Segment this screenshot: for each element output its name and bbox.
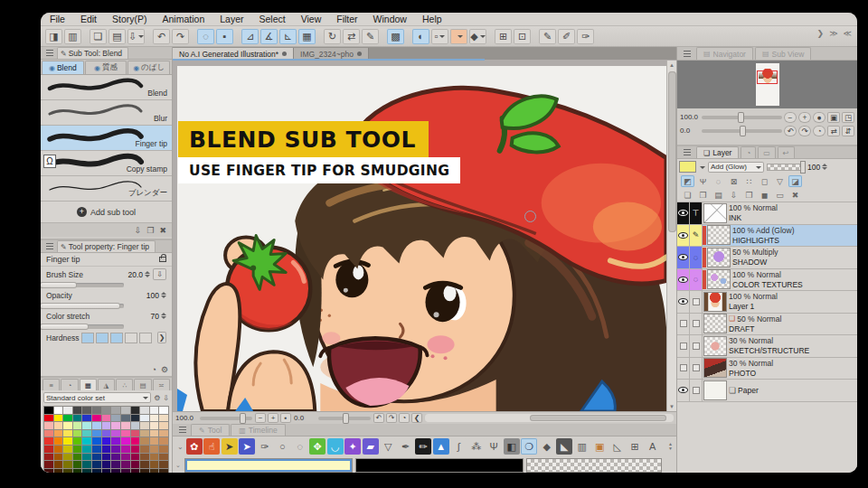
layer-thumbnail[interactable] xyxy=(708,249,730,267)
scroll-up-icon[interactable]: ▲ xyxy=(667,62,676,68)
collapse-dock-icon[interactable]: ≫ xyxy=(829,29,837,38)
modified-dot-icon[interactable] xyxy=(282,52,287,56)
color-swatch[interactable] xyxy=(54,461,63,468)
color-swatch[interactable] xyxy=(54,415,63,422)
hand-tool[interactable]: ☝ xyxy=(203,438,220,455)
layer-name[interactable]: SHADOW xyxy=(732,258,767,267)
overflow-icon[interactable]: ❯ xyxy=(817,29,825,38)
visibility-eye-icon[interactable] xyxy=(678,210,688,216)
color-swatch[interactable] xyxy=(44,454,53,461)
color-swatch[interactable] xyxy=(131,430,140,437)
panel-menu-icon[interactable] xyxy=(46,52,53,53)
scroll-down-icon[interactable]: ▼ xyxy=(667,404,676,409)
layer-row[interactable]: 30 % Normal SKETCH/STRUCTURE xyxy=(677,335,857,358)
menu-item[interactable]: Story(P) xyxy=(112,14,147,24)
scroll-left-button[interactable]: ❮ xyxy=(411,413,422,423)
navigator-view-rectangle[interactable] xyxy=(757,70,778,84)
property-slider[interactable] xyxy=(41,283,124,287)
color-swatch[interactable] xyxy=(150,469,159,473)
polyline-tool[interactable]: ▽ xyxy=(380,438,396,455)
colorbar-collapse-icon[interactable]: ⌄ xyxy=(175,462,181,469)
visibility-eye-icon[interactable] xyxy=(678,387,688,393)
property-slider[interactable] xyxy=(41,324,124,329)
color-swatch[interactable] xyxy=(73,446,82,453)
color-swatch[interactable] xyxy=(140,437,149,445)
sub-color-swatch[interactable] xyxy=(356,459,523,472)
color-swatch[interactable] xyxy=(150,446,159,453)
zoom-in-button[interactable]: + xyxy=(798,112,811,123)
color-swatch[interactable] xyxy=(63,461,72,468)
rotation-slider[interactable] xyxy=(318,417,371,420)
color-swatch[interactable] xyxy=(121,407,130,414)
color-swatch[interactable] xyxy=(150,437,159,445)
layer-thumbnail[interactable] xyxy=(708,270,730,288)
color-swatch[interactable] xyxy=(140,461,149,468)
bottom-tab[interactable]: ✎Tool xyxy=(191,424,230,436)
dropdown-caret-icon[interactable] xyxy=(458,35,463,41)
reset-view-button[interactable]: ⇵ xyxy=(842,126,854,136)
frame-border-tool[interactable]: ▣ xyxy=(591,438,608,455)
stepper-icon[interactable] xyxy=(822,161,827,173)
color-swatch[interactable] xyxy=(121,461,130,468)
eraser-tool[interactable]: ◆ xyxy=(539,438,555,455)
transfer-layer-icon[interactable]: ⇩ xyxy=(727,189,741,201)
save-export-icon[interactable]: ⇩ xyxy=(127,29,145,44)
layer-row[interactable]: ❏Paper xyxy=(677,380,857,402)
panel-menu-icon[interactable] xyxy=(46,246,53,247)
visibility-eye-icon[interactable] xyxy=(678,298,688,305)
property-value[interactable]: 70 xyxy=(151,312,159,321)
subtool-panel-title[interactable]: ✎Sub Tool: Blend xyxy=(57,47,128,59)
property-value[interactable]: 20.0 xyxy=(127,270,143,279)
layer-checkbox[interactable] xyxy=(680,320,687,327)
mixing-tab[interactable]: ◮ xyxy=(98,379,115,390)
zoom-out-button[interactable]: − xyxy=(784,112,797,123)
open-file-icon[interactable]: ▤ xyxy=(108,29,126,44)
shade-tool[interactable]: ◧ xyxy=(504,438,520,455)
blend-mode-dropdown[interactable]: Add (Glow) xyxy=(708,162,764,173)
rotate-canvas-icon[interactable]: ↻ xyxy=(324,29,341,44)
document-tab[interactable]: IMG_2324~pho xyxy=(294,48,369,60)
color-swatch[interactable] xyxy=(140,454,149,461)
color-swatch[interactable] xyxy=(102,415,111,422)
color-swatch[interactable] xyxy=(159,430,168,437)
text-tool[interactable]: A xyxy=(645,438,661,455)
snap-special-icon[interactable]: ⊾ xyxy=(279,29,297,44)
color-swatch[interactable] xyxy=(140,422,149,429)
new-raster-layer-icon[interactable]: ❏ xyxy=(681,189,694,201)
register-preset-icon[interactable]: ◔ xyxy=(151,365,156,374)
color-swatch[interactable] xyxy=(92,446,101,453)
color-swatch[interactable] xyxy=(150,454,159,461)
color-swatch[interactable] xyxy=(131,422,140,429)
hardness-segment[interactable] xyxy=(139,333,152,343)
palette-collapse-icon[interactable]: ⌄ xyxy=(177,443,184,451)
color-swatch[interactable] xyxy=(150,422,159,429)
antialias-icon[interactable]: ◐ xyxy=(412,29,429,44)
layer-row[interactable]: ◌ 100 % Normal COLOR TEXTURES xyxy=(677,269,857,292)
subtool-group-tab[interactable]: ◉Blend xyxy=(42,61,84,74)
horizontal-scrollbar[interactable] xyxy=(425,414,674,422)
color-set-tab[interactable]: ▦ xyxy=(80,379,97,390)
hardness-segment[interactable] xyxy=(81,333,94,343)
color-swatch[interactable] xyxy=(150,430,159,437)
color-swatch[interactable] xyxy=(92,430,101,437)
color-swatch[interactable] xyxy=(159,461,168,468)
color-swatch[interactable] xyxy=(44,407,53,414)
color-swatch[interactable] xyxy=(159,415,168,422)
color-swatch[interactable] xyxy=(159,422,168,429)
color-swatch[interactable] xyxy=(150,415,159,422)
color-swatch[interactable] xyxy=(111,454,120,461)
color-swatch[interactable] xyxy=(82,407,91,414)
color-swatch[interactable] xyxy=(44,430,53,437)
color-swatch[interactable] xyxy=(92,469,101,473)
color-wheel-tab[interactable]: ◔ xyxy=(61,379,78,390)
layer-name[interactable]: DRAFT xyxy=(729,324,754,333)
property-value[interactable]: 100 xyxy=(146,291,159,300)
color-swatch[interactable] xyxy=(131,461,140,468)
zoom-fit-button[interactable]: ▪ xyxy=(280,413,291,423)
layer-thumbnail[interactable] xyxy=(704,359,726,377)
layer-name[interactable]: SKETCH/STRUCTURE xyxy=(729,346,809,355)
color-swatch[interactable] xyxy=(92,415,101,422)
menu-item[interactable]: Window xyxy=(373,14,407,24)
reference-layer-icon[interactable]: Ψ xyxy=(696,175,710,187)
color-swatch[interactable] xyxy=(140,415,149,422)
